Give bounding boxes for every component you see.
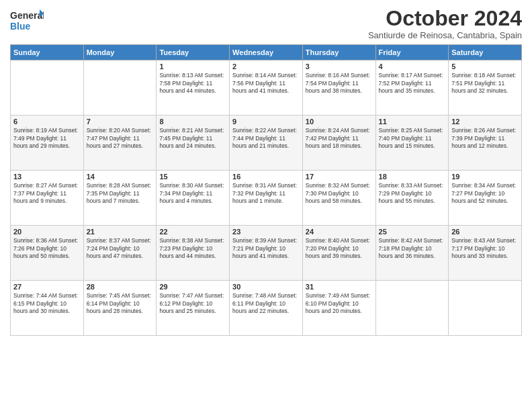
- calendar-cell: [449, 281, 522, 336]
- subtitle: Santiurde de Reinosa, Cantabria, Spain: [368, 30, 522, 40]
- day-info: Sunrise: 8:33 AM Sunset: 7:29 PM Dayligh…: [379, 182, 446, 205]
- day-number: 3: [306, 62, 373, 71]
- day-info: Sunrise: 8:18 AM Sunset: 7:51 PM Dayligh…: [451, 72, 519, 95]
- day-header-saturday: Saturday: [449, 45, 522, 60]
- day-number: 13: [13, 173, 81, 181]
- day-number: 6: [13, 118, 81, 126]
- logo: General Blue: [10, 7, 44, 35]
- day-info: Sunrise: 8:40 AM Sunset: 7:20 PM Dayligh…: [306, 237, 373, 260]
- day-info: Sunrise: 8:28 AM Sunset: 7:35 PM Dayligh…: [87, 182, 154, 205]
- svg-text:General: General: [10, 10, 44, 21]
- logo-svg: General Blue: [10, 7, 44, 35]
- day-info: Sunrise: 8:16 AM Sunset: 7:54 PM Dayligh…: [306, 72, 373, 95]
- calendar-header-row: SundayMondayTuesdayWednesdayThursdayFrid…: [11, 45, 522, 60]
- day-info: Sunrise: 7:47 AM Sunset: 6:12 PM Dayligh…: [159, 292, 226, 315]
- day-number: 11: [379, 118, 446, 126]
- svg-text:Blue: Blue: [10, 21, 31, 32]
- day-number: 16: [232, 173, 300, 181]
- day-info: Sunrise: 8:20 AM Sunset: 7:47 PM Dayligh…: [87, 127, 154, 150]
- day-info: Sunrise: 7:45 AM Sunset: 6:14 PM Dayligh…: [87, 292, 154, 315]
- page-container: General Blue October 2024 Santiurde de R…: [0, 0, 532, 342]
- day-number: 8: [159, 118, 226, 126]
- header: General Blue October 2024 Santiurde de R…: [10, 7, 522, 40]
- calendar-cell: 21Sunrise: 8:37 AM Sunset: 7:24 PM Dayli…: [83, 226, 157, 281]
- day-info: Sunrise: 7:48 AM Sunset: 6:11 PM Dayligh…: [232, 292, 300, 315]
- day-number: 27: [13, 283, 81, 291]
- calendar-cell: 19Sunrise: 8:34 AM Sunset: 7:27 PM Dayli…: [449, 171, 522, 226]
- calendar-cell: 15Sunrise: 8:30 AM Sunset: 7:34 PM Dayli…: [157, 171, 230, 226]
- day-info: Sunrise: 8:14 AM Sunset: 7:56 PM Dayligh…: [232, 72, 300, 95]
- day-number: 18: [379, 173, 446, 181]
- day-info: Sunrise: 7:44 AM Sunset: 6:15 PM Dayligh…: [13, 292, 81, 315]
- day-number: 22: [159, 228, 226, 236]
- calendar-week-2: 6Sunrise: 8:19 AM Sunset: 7:49 PM Daylig…: [11, 116, 522, 171]
- day-number: 19: [451, 173, 519, 181]
- day-info: Sunrise: 8:31 AM Sunset: 7:32 PM Dayligh…: [232, 182, 300, 205]
- calendar-cell: 28Sunrise: 7:45 AM Sunset: 6:14 PM Dayli…: [83, 281, 157, 336]
- day-number: 12: [451, 118, 519, 126]
- day-info: Sunrise: 8:30 AM Sunset: 7:34 PM Dayligh…: [159, 182, 226, 205]
- calendar-cell: 30Sunrise: 7:48 AM Sunset: 6:11 PM Dayli…: [230, 281, 303, 336]
- day-info: Sunrise: 8:24 AM Sunset: 7:42 PM Dayligh…: [306, 127, 373, 150]
- calendar-cell: 23Sunrise: 8:39 AM Sunset: 7:21 PM Dayli…: [230, 226, 303, 281]
- day-info: Sunrise: 8:26 AM Sunset: 7:39 PM Dayligh…: [451, 127, 519, 150]
- day-info: Sunrise: 8:21 AM Sunset: 7:45 PM Dayligh…: [159, 127, 226, 150]
- day-number: 23: [232, 228, 300, 236]
- calendar-cell: 31Sunrise: 7:49 AM Sunset: 6:10 PM Dayli…: [302, 281, 375, 336]
- day-number: 21: [87, 228, 154, 236]
- calendar-cell: 3Sunrise: 8:16 AM Sunset: 7:54 PM Daylig…: [302, 60, 375, 116]
- calendar-cell: 9Sunrise: 8:22 AM Sunset: 7:44 PM Daylig…: [230, 116, 303, 171]
- day-info: Sunrise: 8:13 AM Sunset: 7:58 PM Dayligh…: [159, 72, 226, 95]
- day-info: Sunrise: 8:27 AM Sunset: 7:37 PM Dayligh…: [13, 182, 81, 205]
- title-block: October 2024 Santiurde de Reinosa, Canta…: [368, 7, 522, 40]
- day-info: Sunrise: 8:36 AM Sunset: 7:26 PM Dayligh…: [13, 237, 81, 260]
- day-info: Sunrise: 8:22 AM Sunset: 7:44 PM Dayligh…: [232, 127, 300, 150]
- calendar-cell: 29Sunrise: 7:47 AM Sunset: 6:12 PM Dayli…: [157, 281, 230, 336]
- day-info: Sunrise: 8:19 AM Sunset: 7:49 PM Dayligh…: [13, 127, 81, 150]
- day-info: Sunrise: 8:32 AM Sunset: 7:30 PM Dayligh…: [306, 182, 373, 205]
- calendar-cell: 17Sunrise: 8:32 AM Sunset: 7:30 PM Dayli…: [302, 171, 375, 226]
- calendar-cell: 14Sunrise: 8:28 AM Sunset: 7:35 PM Dayli…: [83, 171, 157, 226]
- day-number: 31: [306, 283, 373, 291]
- day-number: 28: [87, 283, 154, 291]
- calendar-cell: 7Sunrise: 8:20 AM Sunset: 7:47 PM Daylig…: [83, 116, 157, 171]
- day-number: 5: [451, 62, 519, 71]
- calendar-cell: 10Sunrise: 8:24 AM Sunset: 7:42 PM Dayli…: [302, 116, 375, 171]
- calendar-cell: 24Sunrise: 8:40 AM Sunset: 7:20 PM Dayli…: [302, 226, 375, 281]
- calendar-week-5: 27Sunrise: 7:44 AM Sunset: 6:15 PM Dayli…: [11, 281, 522, 336]
- day-info: Sunrise: 8:17 AM Sunset: 7:52 PM Dayligh…: [379, 72, 446, 95]
- calendar-week-3: 13Sunrise: 8:27 AM Sunset: 7:37 PM Dayli…: [11, 171, 522, 226]
- day-info: Sunrise: 8:39 AM Sunset: 7:21 PM Dayligh…: [232, 237, 300, 260]
- calendar-cell: 6Sunrise: 8:19 AM Sunset: 7:49 PM Daylig…: [11, 116, 84, 171]
- day-header-tuesday: Tuesday: [157, 45, 230, 60]
- calendar-cell: 20Sunrise: 8:36 AM Sunset: 7:26 PM Dayli…: [11, 226, 84, 281]
- day-number: 9: [232, 118, 300, 126]
- day-header-thursday: Thursday: [302, 45, 375, 60]
- day-number: 25: [379, 228, 446, 236]
- calendar-cell: 11Sunrise: 8:25 AM Sunset: 7:40 PM Dayli…: [375, 116, 449, 171]
- day-info: Sunrise: 8:42 AM Sunset: 7:18 PM Dayligh…: [379, 237, 446, 260]
- day-number: 14: [87, 173, 154, 181]
- day-number: 15: [159, 173, 226, 181]
- day-header-friday: Friday: [375, 45, 449, 60]
- day-number: 26: [451, 228, 519, 236]
- day-number: 17: [306, 173, 373, 181]
- day-info: Sunrise: 8:34 AM Sunset: 7:27 PM Dayligh…: [451, 182, 519, 205]
- calendar-cell: [11, 60, 84, 116]
- calendar-table: SundayMondayTuesdayWednesdayThursdayFrid…: [10, 44, 522, 336]
- day-info: Sunrise: 8:37 AM Sunset: 7:24 PM Dayligh…: [87, 237, 154, 260]
- day-header-sunday: Sunday: [11, 45, 84, 60]
- day-number: 24: [306, 228, 373, 236]
- day-number: 30: [232, 283, 300, 291]
- day-number: 1: [159, 62, 226, 71]
- calendar-cell: 5Sunrise: 8:18 AM Sunset: 7:51 PM Daylig…: [449, 60, 522, 116]
- month-title: October 2024: [368, 7, 522, 30]
- calendar-week-4: 20Sunrise: 8:36 AM Sunset: 7:26 PM Dayli…: [11, 226, 522, 281]
- calendar-cell: 4Sunrise: 8:17 AM Sunset: 7:52 PM Daylig…: [375, 60, 449, 116]
- calendar-cell: 13Sunrise: 8:27 AM Sunset: 7:37 PM Dayli…: [11, 171, 84, 226]
- day-info: Sunrise: 8:25 AM Sunset: 7:40 PM Dayligh…: [379, 127, 446, 150]
- day-info: Sunrise: 7:49 AM Sunset: 6:10 PM Dayligh…: [306, 292, 373, 315]
- calendar-week-1: 1Sunrise: 8:13 AM Sunset: 7:58 PM Daylig…: [11, 60, 522, 116]
- day-info: Sunrise: 8:38 AM Sunset: 7:23 PM Dayligh…: [159, 237, 226, 260]
- day-header-monday: Monday: [83, 45, 157, 60]
